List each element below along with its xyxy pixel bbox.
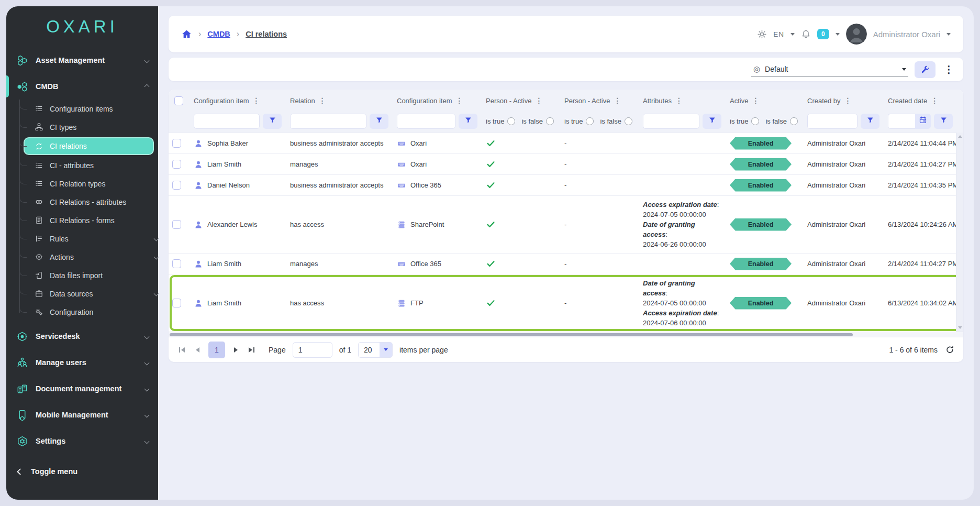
column-menu-icon[interactable]: ⋮ — [253, 96, 260, 105]
chevron-down-icon[interactable] — [790, 33, 795, 36]
breadcrumb-current-ci-relations[interactable]: CI relations — [246, 30, 287, 38]
user-name[interactable]: Administrator Oxari — [873, 30, 940, 39]
filter-button[interactable] — [459, 114, 477, 129]
filter-button[interactable] — [861, 114, 879, 129]
is-true-label: is true — [730, 117, 748, 125]
column-menu-icon[interactable]: ⋮ — [931, 96, 938, 105]
created-by-value: Administrator Oxari — [807, 260, 865, 268]
table-row[interactable]: Liam SmithmanagesOxari-EnabledAdministra… — [169, 153, 956, 174]
first-page-button[interactable] — [177, 345, 187, 355]
breadcrumb-link-cmdb[interactable]: CMDB — [207, 30, 230, 38]
sidebar-item-ci-types[interactable]: CI types — [6, 118, 158, 136]
filter-button[interactable] — [263, 114, 282, 129]
sidebar-item-data-files-import[interactable]: Data files import — [6, 266, 158, 284]
language-selector[interactable]: EN — [773, 30, 784, 38]
table-row[interactable]: Sophia Bakerbusiness administrator accep… — [169, 133, 956, 153]
person-name: Liam Smith — [207, 299, 241, 307]
sidebar-item-ci-relations[interactable]: CI relations — [24, 137, 154, 155]
filter-button[interactable] — [370, 114, 388, 129]
previous-page-button[interactable] — [194, 345, 202, 355]
filter-button[interactable] — [934, 114, 953, 129]
filter-button[interactable] — [703, 114, 721, 129]
row-checkbox[interactable] — [172, 139, 181, 148]
cell-created-by: Administrator Oxari — [802, 159, 883, 169]
row-checkbox[interactable] — [172, 259, 181, 268]
notification-count-badge[interactable]: 0 — [817, 29, 829, 39]
list-icon — [34, 104, 43, 114]
select-all-checkbox[interactable] — [174, 96, 183, 105]
column-menu-icon[interactable]: ⋮ — [844, 96, 852, 105]
filter-date-input[interactable] — [888, 114, 915, 129]
column-menu-icon[interactable]: ⋮ — [319, 96, 326, 105]
vertical-scrollbar[interactable] — [956, 133, 963, 332]
sidebar-item-rules[interactable]: Rules — [6, 229, 158, 248]
is-false-radio[interactable] — [790, 117, 798, 125]
sidebar-item-actions[interactable]: Actions — [6, 248, 158, 266]
is-false-radio[interactable] — [625, 117, 632, 125]
table-row[interactable]: Alexander Lewishas accessSharePoint-Acce… — [169, 195, 956, 253]
page-number-input[interactable] — [293, 342, 332, 358]
table-row[interactable]: Daniel Nelsonbusiness administrator acce… — [169, 174, 956, 195]
column-menu-icon[interactable]: ⋮ — [614, 96, 621, 105]
is-true-radio[interactable] — [507, 117, 515, 125]
sidebar-item-data-sources[interactable]: Data sources — [6, 284, 158, 303]
is-false-radio[interactable] — [546, 117, 554, 125]
last-page-button[interactable] — [247, 345, 257, 355]
column-menu-icon[interactable]: ⋮ — [456, 96, 463, 105]
sidebar-item-ci-relations-attributes[interactable]: CI Relations - attributes — [6, 193, 158, 211]
sidebar-item-cmdb[interactable]: CMDB — [6, 73, 158, 100]
column-menu-icon[interactable]: ⋮ — [752, 96, 759, 105]
sidebar-item-manage-users[interactable]: Manage users — [6, 349, 158, 376]
sidebar-item-settings[interactable]: Settings — [6, 428, 158, 454]
home-icon[interactable] — [181, 29, 192, 40]
refresh-icon[interactable] — [945, 345, 955, 355]
oxari-logo: OXARI — [6, 6, 158, 47]
sidebar-item-ci-attributes[interactable]: CI - attributes — [6, 156, 158, 174]
scrollbar-thumb[interactable] — [170, 333, 853, 336]
row-checkbox[interactable] — [172, 160, 181, 169]
is-true-radio[interactable] — [586, 117, 594, 125]
toggle-menu-button[interactable]: Toggle menu — [6, 459, 158, 483]
next-page-button[interactable] — [232, 345, 240, 355]
column-header-5: Person - Active⋮ — [559, 96, 638, 105]
page-size-select[interactable]: 20 — [358, 342, 393, 358]
filter-input-1[interactable] — [194, 114, 260, 129]
filter-input-6[interactable] — [643, 114, 699, 129]
chevron-down-icon[interactable] — [836, 33, 840, 36]
chevron-down-icon[interactable] — [946, 33, 951, 36]
calendar-icon[interactable] — [915, 114, 931, 129]
sidebar-item-servicedesk[interactable]: Servicedesk — [6, 323, 158, 349]
sidebar-item-mobile-management[interactable]: Mobile Management — [6, 402, 158, 428]
table-row[interactable]: Liam Smithhas accessFTP-Date of granting… — [169, 274, 956, 332]
sidebar-item-asset-management[interactable]: Asset Management — [6, 47, 158, 73]
column-menu-icon[interactable]: ⋮ — [535, 96, 542, 105]
filter-input-2[interactable] — [290, 114, 366, 129]
gear-icon[interactable] — [757, 29, 767, 39]
filter-input-8[interactable] — [807, 114, 858, 129]
is-true-radio[interactable] — [751, 117, 759, 125]
sidebar-item-ci-relations-forms[interactable]: CI Relations - forms — [6, 211, 158, 229]
filter-input-3[interactable] — [397, 114, 455, 129]
more-options-icon[interactable]: ⋮ — [942, 63, 956, 75]
sidebar-item-document-management[interactable]: Document management — [6, 376, 158, 402]
avatar[interactable] — [846, 24, 867, 45]
sidebar-item-configuration-items[interactable]: Configuration items — [6, 100, 158, 118]
column-header-3: Configuration item⋮ — [392, 96, 481, 105]
cell-created-date: 2/14/2024 11:04:27 PM — [883, 159, 956, 169]
table-row[interactable]: Liam SmithmanagesOffice 365-EnabledAdmin… — [169, 253, 956, 274]
sidebar-item-label: CI Relations - attributes — [50, 198, 126, 206]
row-checkbox[interactable] — [172, 299, 181, 307]
view-selector[interactable]: ◎ Default — [751, 62, 908, 77]
column-menu-icon[interactable]: ⋮ — [675, 96, 683, 105]
sidebar-item-configuration[interactable]: Configuration — [6, 303, 158, 321]
chevron-down-icon — [154, 291, 159, 296]
row-checkbox[interactable] — [172, 181, 181, 190]
customize-columns-button[interactable] — [915, 61, 936, 78]
person-active-2-value: - — [564, 260, 566, 268]
bell-icon[interactable] — [801, 29, 811, 39]
sidebar-item-ci-relation-types[interactable]: CI Relation types — [6, 174, 158, 193]
row-checkbox[interactable] — [172, 220, 181, 229]
horizontal-scrollbar[interactable] — [169, 332, 963, 337]
current-page-button[interactable]: 1 — [208, 342, 225, 358]
sidebar-subrow: Data sources — [6, 284, 158, 303]
